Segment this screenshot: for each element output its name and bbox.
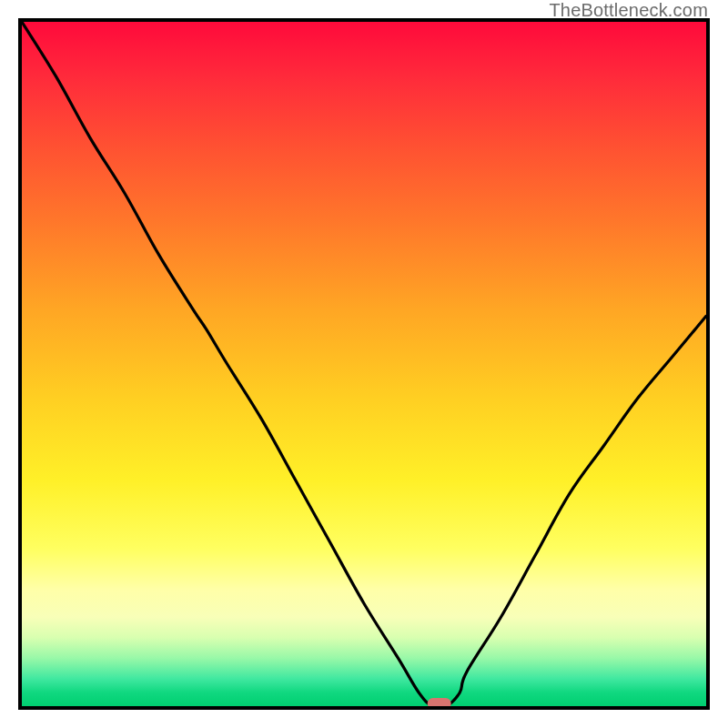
chart-stage: TheBottleneck.com bbox=[0, 0, 728, 728]
plot-area bbox=[18, 18, 710, 710]
svg-rect-0 bbox=[428, 698, 451, 706]
bottleneck-curve bbox=[22, 22, 706, 706]
